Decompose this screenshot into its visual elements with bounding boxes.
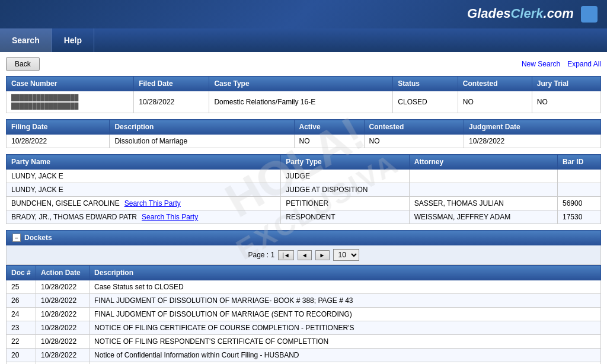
doc-num-cell: 20 [7,349,36,362]
party-type-cell: RESPONDENT [281,210,409,224]
filing-row: 10/28/2022 Dissolution of Marriage NO NO… [7,135,601,148]
filing-description-cell: Dissolution of Marriage [110,135,294,148]
doc-num-cell: 24 [7,308,36,321]
party-name-cell: BUNDCHEN, GISELE CAROLINESearch This Par… [7,197,281,210]
party-type-cell: JUDGE [281,170,409,183]
back-button[interactable]: Back [6,57,40,71]
action-date-cell: 10/28/2022 [36,335,90,349]
filing-contested-cell: NO [364,135,464,148]
nav-help[interactable]: Help [52,28,94,52]
filing-active-cell: NO [294,135,364,148]
nav-search[interactable]: Search [0,28,52,52]
docket-row: 2010/28/2022Notice of Confidential Infor… [7,349,601,362]
docket-row: 2510/28/2022Case Status set to CLOSED [7,280,601,294]
party-row: BUNDCHEN, GISELE CAROLINESearch This Par… [7,197,601,210]
attorney-cell: SASSER, THOMAS JULIAN [409,197,557,210]
status-header: Status [393,76,458,91]
docket-description-cell: Case Status set to CLOSED [90,280,601,294]
attorney-header: Attorney [409,155,557,170]
party-type-header: Party Type [281,155,409,170]
bar-id-cell [557,183,600,197]
nav-bar: Search Help [0,28,607,52]
toolbar: Back New Search Expand All [6,57,601,71]
logo-domain: .com [544,6,574,21]
case-section: Case Number Filed Date Case Type Status … [6,76,601,113]
docket-description-cell: FINAL JUDGMENT OF DISSOLUTION OF MARRIAG… [90,294,601,308]
search-party-link[interactable]: Search This Party [142,213,198,221]
case-number-header: Case Number [7,76,134,91]
party-row: LUNDY, JACK EJUDGE [7,170,601,183]
bar-id-cell: 17530 [557,210,600,224]
filing-date-cell: 10/28/2022 [7,135,110,148]
docket-row: 1910/28/2022Uniform Child Custody Jurisd… [7,362,601,365]
action-date-cell: 10/28/2022 [36,280,90,294]
docket-description-cell: NOTICE OF FILING RESPONDENT'S CERTIFICAT… [90,335,601,349]
description-header: Description [110,120,294,135]
case-number-cell: ████████████████ ████████████████ [7,91,134,113]
action-date-cell: 10/28/2022 [36,362,90,365]
attorney-cell [409,170,557,183]
filed-date-header: Filed Date [134,76,209,91]
jury-trial-header: Jury Trial [532,76,600,91]
active-header: Active [294,120,364,135]
doc-num-header: Doc # [7,266,36,280]
filing-date-header: Filing Date [7,120,110,135]
case-row: ████████████████ ████████████████ 10/28/… [7,91,601,113]
jury-trial-cell: NO [532,91,600,113]
action-date-cell: 10/28/2022 [36,294,90,308]
page-label: Page : 1 [248,251,274,259]
doc-num-cell: 25 [7,280,36,294]
search-party-link[interactable]: Search This Party [124,199,181,207]
party-name-cell: LUNDY, JACK E [7,170,281,183]
contested-cell: NO [458,91,532,113]
action-date-cell: 10/28/2022 [36,321,90,335]
expand-all-link[interactable]: Expand All [567,60,601,68]
party-section: Party Name Party Type Attorney Bar ID LU… [6,154,601,224]
docket-description-header: Description [90,266,601,280]
doc-num-cell: 22 [7,335,36,349]
docket-row: 2610/28/2022FINAL JUDGMENT OF DISSOLUTIO… [7,294,601,308]
action-date-cell: 10/28/2022 [36,308,90,321]
attorney-cell: WEISSMAN, JEFFREY ADAM [409,210,557,224]
docket-row: 2310/28/2022NOTICE OF FILING CERTIFICATE… [7,321,601,335]
party-type-cell: JUDGE AT DISPOSITION [281,183,409,197]
page-prev-button[interactable]: ◄ [298,250,312,260]
logo-icon [581,6,598,23]
party-name-cell: BRADY, JR., THOMAS EDWARD PATRSearch Thi… [7,210,281,224]
pagination-row: Page : 1 |◄ ◄ ► 10 25 50 [6,245,601,265]
docket-description-cell: FINAL JUDGMENT OF DISSOLUTION OF MARRIAG… [90,308,601,321]
party-type-cell: PETITIONER [281,197,409,210]
logo: GladesClerk.com [467,6,598,23]
dockets-label: Dockets [24,234,52,242]
case-table: Case Number Filed Date Case Type Status … [6,76,601,113]
content-area: Back New Search Expand All Case Number F… [0,52,607,364]
docket-description-cell: NOTICE OF FILING CERTIFICATE OF COURSE C… [90,321,601,335]
doc-num-cell: 26 [7,294,36,308]
dockets-section: − Dockets Page : 1 |◄ ◄ ► 10 25 50 Doc #… [6,230,601,364]
filing-section: Filing Date Description Active Contested… [6,119,601,148]
filed-date-cell: 10/28/2022 [134,91,209,113]
top-header: GladesClerk.com [0,0,607,28]
toolbar-right: New Search Expand All [522,60,601,68]
party-name-cell: LUNDY, JACK E [7,183,281,197]
new-search-link[interactable]: New Search [522,60,560,68]
page-next-button[interactable]: ► [315,250,330,260]
collapse-button[interactable]: − [12,234,21,242]
case-type-cell: Domestic Relations/Family 16-E [209,91,393,113]
judgment-date-header: Judgment Date [464,120,601,135]
filing-judgment-cell: 10/28/2022 [464,135,601,148]
party-name-header: Party Name [7,155,281,170]
per-page-select[interactable]: 10 25 50 [333,249,359,261]
page-first-button[interactable]: |◄ [278,250,294,260]
case-type-header: Case Type [209,76,393,91]
docket-row: 2210/28/2022NOTICE OF FILING RESPONDENT'… [7,335,601,349]
logo-glades: Glades [467,6,510,21]
bar-id-cell: 56900 [557,197,600,210]
party-row: LUNDY, JACK EJUDGE AT DISPOSITION [7,183,601,197]
status-cell: CLOSED [393,91,458,113]
docket-row: 2410/28/2022FINAL JUDGMENT OF DISSOLUTIO… [7,308,601,321]
docket-table: Doc # Action Date Description 2510/28/20… [6,265,601,364]
logo-clerk: Clerk [510,6,543,21]
action-date-header: Action Date [36,266,90,280]
docket-description-cell: Uniform Child Custody Jurisdiction and E… [90,362,601,365]
